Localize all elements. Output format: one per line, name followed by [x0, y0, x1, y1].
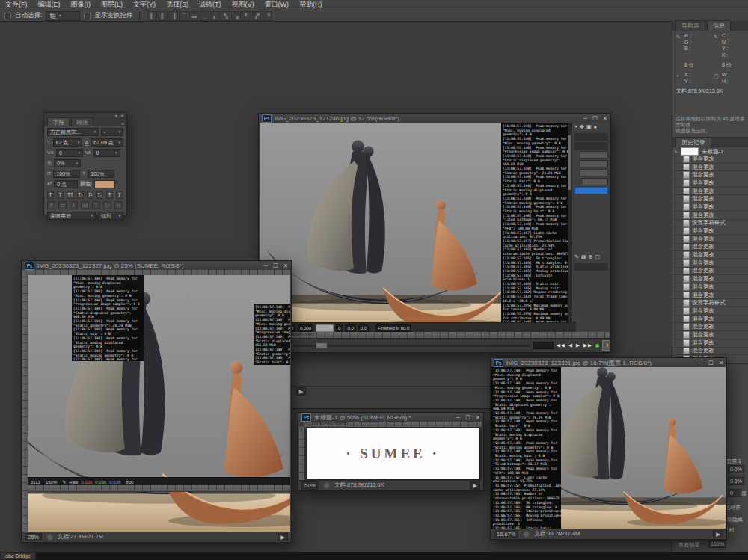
- log-scrollbar[interactable]: [568, 123, 571, 332]
- history-entry[interactable]: 混合更改: [672, 188, 748, 196]
- auto-select-dropdown[interactable]: 组▾: [46, 11, 80, 21]
- zoom-field[interactable]: 16.67%: [494, 530, 518, 538]
- maximize-icon[interactable]: ☐: [708, 360, 714, 366]
- char-style-button[interactable]: TT: [67, 191, 74, 199]
- step-back-icon[interactable]: ◀: [568, 342, 573, 348]
- align-icon[interactable]: ▞: [252, 11, 262, 21]
- tab-character[interactable]: 字符: [47, 117, 70, 126]
- history-entry[interactable]: 混合更改: [672, 156, 748, 164]
- status-arrow[interactable]: ▶: [470, 481, 480, 490]
- history-entry[interactable]: 混合更改: [672, 348, 748, 356]
- menu-item[interactable]: 选择(S): [161, 0, 194, 10]
- history-entry[interactable]: 混合更改: [672, 212, 748, 220]
- align-icon[interactable]: ▁: [200, 11, 209, 21]
- minimize-icon[interactable]: ─: [583, 115, 587, 122]
- timeline-slider[interactable]: [287, 345, 530, 347]
- text-color-swatch[interactable]: [94, 180, 115, 188]
- history-entry[interactable]: 混合更改: [672, 307, 748, 316]
- history-entry[interactable]: 混合更改: [672, 323, 748, 331]
- play-icon[interactable]: ▶: [576, 342, 580, 348]
- opentype-button[interactable]: T: [92, 201, 100, 209]
- align-icon[interactable]: ▬: [189, 11, 199, 21]
- align-icon[interactable]: ▖: [210, 11, 220, 21]
- history-entry[interactable]: 混合更改: [672, 275, 748, 283]
- menu-item[interactable]: 文件(F): [0, 0, 33, 10]
- rewind-icon[interactable]: ◀◀: [557, 342, 565, 348]
- angle-value-fragment[interactable]: 0: [728, 489, 741, 497]
- opentype-button[interactable]: st: [58, 201, 67, 209]
- value-fragment[interactable]: 0.0%: [728, 477, 744, 485]
- align-icon[interactable]: ▌: [158, 11, 168, 21]
- history-entry[interactable]: 混合更改: [672, 292, 748, 300]
- opentype-button[interactable]: aa: [81, 201, 89, 209]
- tab-history[interactable]: 历史记录: [675, 137, 711, 147]
- spacing-field[interactable]: 0%▾: [54, 159, 81, 167]
- history-entry[interactable]: 混合更改: [672, 171, 748, 179]
- menu-item[interactable]: 图像(I): [66, 0, 96, 10]
- status-arrow[interactable]: ▶: [296, 387, 307, 396]
- font-style-dropdown[interactable]: -▾: [101, 128, 123, 136]
- opentype-button[interactable]: 1ˢᵗ: [103, 201, 111, 209]
- history-entry[interactable]: 混合更改: [672, 236, 748, 244]
- status-arrow[interactable]: ▶: [278, 533, 288, 541]
- align-icon[interactable]: ▗: [231, 11, 241, 21]
- font-size-field[interactable]: 82 点▾: [53, 138, 83, 147]
- zoom-field[interactable]: 25%: [25, 533, 42, 541]
- leading-field[interactable]: 67.09 点▾: [91, 138, 123, 147]
- minimize-icon[interactable]: ─: [699, 360, 703, 366]
- close-icon[interactable]: ✕: [120, 113, 124, 118]
- show-transform-checkbox[interactable]: [84, 13, 91, 19]
- history-entry[interactable]: 混合更改: [672, 179, 748, 188]
- history-entry[interactable]: 混合更改: [672, 331, 748, 339]
- baseline-field[interactable]: 0 点: [54, 180, 78, 188]
- history-entry[interactable]: 混合更改: [672, 251, 748, 259]
- menu-item[interactable]: 窗口(W): [260, 0, 295, 10]
- history-entry[interactable]: 混合更改: [672, 203, 748, 212]
- history-entry[interactable]: 设置字符样式: [672, 220, 748, 228]
- align-icon[interactable]: ▐: [168, 11, 178, 21]
- history-entry[interactable]: 混合更改: [672, 259, 748, 268]
- font-family-dropdown[interactable]: 方正粗黑宋...▾: [47, 128, 99, 136]
- maximize-icon[interactable]: ☐: [592, 115, 598, 122]
- history-entry[interactable]: 混合更改: [672, 339, 748, 348]
- history-entry[interactable]: 设置字符样式: [672, 299, 748, 307]
- close-icon[interactable]: ✕: [283, 262, 288, 269]
- char-style-button[interactable]: T: [106, 191, 113, 199]
- menu-item[interactable]: 滤镜(T): [194, 0, 227, 10]
- align-icon[interactable]: ▍: [147, 11, 157, 21]
- opentype-button[interactable]: fi: [47, 201, 55, 209]
- history-entry[interactable]: 混合更改: [672, 227, 748, 236]
- char-style-button[interactable]: T: [47, 191, 54, 199]
- align-icon[interactable]: ▚: [221, 11, 230, 21]
- language-dropdown[interactable]: 美国英语▾: [47, 212, 96, 220]
- char-style-button[interactable]: T₁: [96, 191, 103, 199]
- tab-paragraph[interactable]: 段落: [71, 117, 94, 126]
- char-style-button[interactable]: Tт: [77, 191, 84, 199]
- align-icon[interactable]: ▔: [179, 11, 188, 21]
- tab-navigator[interactable]: 导航器: [675, 20, 705, 31]
- panel-menu-icon[interactable]: ≡: [121, 121, 126, 126]
- maximize-icon[interactable]: ☐: [465, 414, 470, 421]
- fast-forward-icon[interactable]: ▶▶: [583, 342, 592, 348]
- char-style-button[interactable]: T¹: [87, 191, 94, 199]
- menu-item[interactable]: 帮助(H): [294, 0, 328, 10]
- vertical-scale-field[interactable]: 100%: [53, 170, 80, 178]
- align-icon[interactable]: ▘: [242, 11, 251, 21]
- align-icon[interactable]: ▝: [263, 11, 272, 21]
- char-style-button[interactable]: T: [57, 191, 64, 199]
- history-brush-icon[interactable]: ✎: [674, 149, 678, 154]
- opentype-button[interactable]: ½: [114, 201, 123, 209]
- menu-item[interactable]: 视图(V): [227, 0, 260, 10]
- auto-select-checkbox[interactable]: [4, 13, 11, 19]
- history-entry[interactable]: 混合更改: [672, 244, 748, 252]
- history-entry[interactable]: 混合更改: [672, 164, 748, 172]
- anti-alias-dropdown[interactable]: 锐利▾: [98, 212, 123, 220]
- taskbar-bridge-button[interactable]: obe Bridge: [0, 552, 36, 560]
- menu-item[interactable]: 编辑(E): [33, 0, 66, 10]
- collapse-icon[interactable]: ▾: [115, 113, 117, 118]
- close-icon[interactable]: ✕: [603, 115, 607, 122]
- history-entry[interactable]: 混合更改: [672, 283, 748, 292]
- kerning-field[interactable]: 0▾: [56, 149, 83, 157]
- menu-item[interactable]: 文字(Y): [128, 0, 161, 10]
- opentype-button[interactable]: A: [70, 201, 78, 209]
